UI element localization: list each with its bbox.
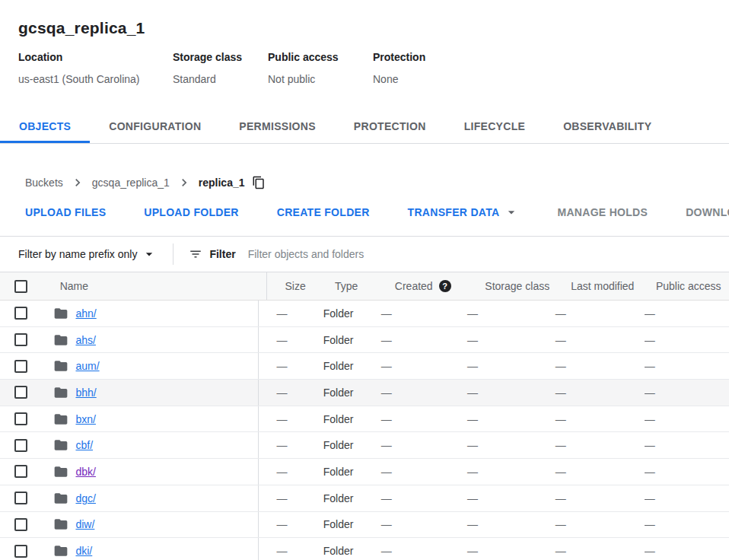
- created-cell: —: [381, 518, 467, 530]
- metadata-item: Storage class Standard: [173, 51, 268, 85]
- table-row: ahs/ — Folder — — — —: [0, 327, 729, 354]
- download-button[interactable]: DOWNLOAD: [686, 206, 729, 218]
- table-row: dgc/ — Folder — — — —: [0, 485, 729, 512]
- row-checkbox[interactable]: [14, 333, 27, 346]
- created-cell: —: [381, 413, 467, 425]
- transfer-data-button[interactable]: TRANSFER DATA: [408, 205, 520, 220]
- row-checkbox[interactable]: [14, 412, 27, 425]
- breadcrumb-item-buckets[interactable]: Buckets: [25, 177, 63, 189]
- folder-link[interactable]: ahs/: [75, 334, 95, 346]
- tab-protection[interactable]: PROTECTION: [335, 113, 445, 143]
- created-cell: —: [381, 334, 467, 346]
- created-cell: —: [381, 492, 467, 504]
- table-row: diw/ — Folder — — — —: [0, 512, 729, 539]
- row-checkbox[interactable]: [14, 465, 27, 478]
- size-cell: —: [259, 360, 323, 372]
- table-row: bxn/ — Folder — — — —: [0, 406, 729, 433]
- storage-class-cell: —: [467, 360, 556, 372]
- row-checkbox-cell: [0, 512, 39, 538]
- type-cell: Folder: [323, 413, 381, 425]
- folder-link[interactable]: ahn/: [75, 307, 96, 320]
- row-checkbox[interactable]: [14, 360, 27, 373]
- filter-list-icon: [189, 247, 202, 261]
- name-cell: dbk/: [39, 459, 258, 485]
- breadcrumb-item-bucket-name[interactable]: gcsqa_replica_1: [92, 177, 170, 189]
- divider: [173, 243, 173, 265]
- column-header-last-modified: Last modified: [563, 280, 648, 292]
- row-checkbox-cell: [0, 538, 39, 560]
- size-cell: —: [259, 545, 323, 557]
- folder-icon: [53, 543, 68, 558]
- manage-holds-button[interactable]: MANAGE HOLDS: [557, 206, 648, 218]
- storage-class-cell: —: [467, 518, 556, 530]
- metadata-value: None: [373, 73, 425, 85]
- folder-link[interactable]: aum/: [75, 360, 99, 372]
- filter-label: Filter: [209, 248, 235, 260]
- public-access-cell: —: [645, 413, 729, 425]
- filter-input[interactable]: [248, 243, 729, 266]
- folder-icon: [53, 385, 68, 400]
- tab-observability[interactable]: OBSERVABILITY: [544, 113, 670, 143]
- last-modified-cell: —: [556, 545, 645, 557]
- row-checkbox[interactable]: [14, 386, 27, 399]
- last-modified-cell: —: [556, 439, 645, 451]
- public-access-cell: —: [645, 492, 729, 504]
- row-checkbox[interactable]: [14, 492, 27, 504]
- toolbar-button-label: UPLOAD FOLDER: [144, 206, 238, 218]
- size-cell: —: [259, 307, 323, 320]
- folder-link[interactable]: dki/: [75, 545, 92, 557]
- tab-lifecycle[interactable]: LIFECYCLE: [445, 113, 544, 143]
- filter-bar: Filter by name prefix only Filter: [0, 237, 729, 272]
- tab-permissions[interactable]: PERMISSIONS: [220, 113, 335, 143]
- name-cell: ahn/: [39, 301, 258, 326]
- copy-icon[interactable]: [252, 176, 266, 189]
- breadcrumb-item-current-folder: replica_1: [199, 177, 245, 189]
- help-icon[interactable]: ?: [439, 280, 451, 292]
- metadata-label: Location: [18, 51, 173, 63]
- chevron-right-icon: [177, 175, 192, 190]
- created-cell: —: [381, 387, 467, 399]
- type-cell: Folder: [323, 387, 381, 399]
- toolbar-button-label: CREATE FOLDER: [277, 206, 370, 218]
- breadcrumb: Buckets gcsqa_replica_1 replica_1: [25, 171, 729, 194]
- last-modified-cell: —: [556, 307, 645, 320]
- column-header-created: Created ?: [392, 280, 479, 292]
- folder-icon: [53, 412, 68, 427]
- storage-class-cell: —: [467, 439, 556, 451]
- folder-link[interactable]: cbf/: [75, 439, 93, 451]
- folder-link[interactable]: bxn/: [75, 413, 95, 425]
- row-checkbox-cell: [0, 301, 39, 326]
- select-all-checkbox[interactable]: [14, 280, 27, 293]
- tab-configuration[interactable]: CONFIGURATION: [90, 113, 220, 143]
- metadata-value: us-east1 (South Carolina): [18, 73, 173, 85]
- folder-link[interactable]: bhh/: [75, 387, 96, 399]
- table-row: dki/ — Folder — — — —: [0, 538, 729, 560]
- row-checkbox[interactable]: [14, 307, 27, 320]
- row-checkbox[interactable]: [14, 545, 27, 558]
- filter-scope-dropdown[interactable]: Filter by name prefix only: [18, 247, 157, 262]
- create-folder-button[interactable]: CREATE FOLDER: [277, 206, 370, 218]
- tab-bar: OBJECTSCONFIGURATIONPERMISSIONSPROTECTIO…: [0, 113, 729, 144]
- folder-icon: [53, 464, 68, 479]
- type-cell: Folder: [323, 492, 381, 504]
- tab-objects[interactable]: OBJECTS: [0, 113, 90, 143]
- type-cell: Folder: [323, 307, 381, 320]
- folder-icon: [53, 517, 68, 532]
- row-checkbox[interactable]: [14, 518, 27, 531]
- row-checkbox-cell: [0, 485, 39, 511]
- row-checkbox[interactable]: [14, 439, 27, 452]
- last-modified-cell: —: [556, 466, 645, 478]
- upload-files-button[interactable]: UPLOAD FILES: [25, 206, 106, 218]
- table-row: cbf/ — Folder — — — —: [0, 432, 729, 459]
- page-title: gcsqa_replica_1: [18, 19, 711, 37]
- folder-link[interactable]: diw/: [75, 518, 94, 530]
- last-modified-cell: —: [556, 387, 645, 399]
- upload-folder-button[interactable]: UPLOAD FOLDER: [144, 206, 238, 218]
- column-header-name: Name: [40, 272, 267, 300]
- created-cell: —: [381, 307, 467, 320]
- size-cell: —: [259, 439, 323, 451]
- row-checkbox-cell: [0, 380, 39, 406]
- metadata-item: Location us-east1 (South Carolina): [18, 51, 173, 85]
- folder-link[interactable]: dgc/: [75, 492, 95, 504]
- folder-link[interactable]: dbk/: [75, 466, 95, 478]
